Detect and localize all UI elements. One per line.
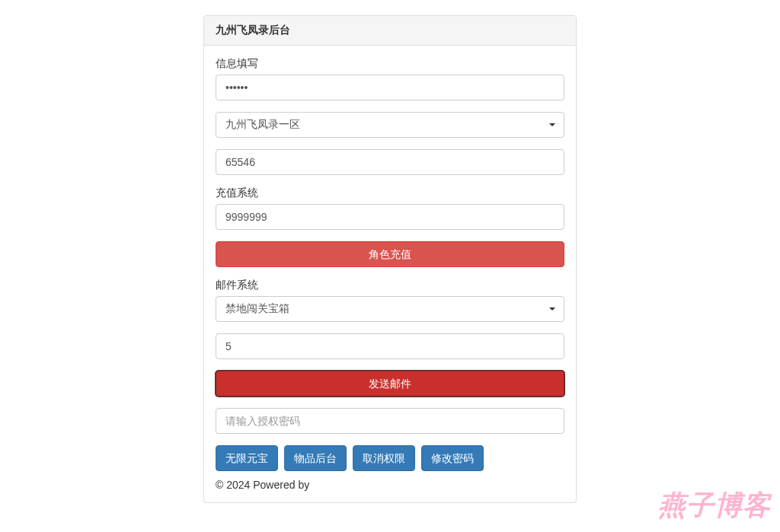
recharge-button[interactable]: 角色充值: [216, 241, 564, 267]
region-select-value[interactable]: [216, 112, 564, 138]
footer-text: © 2024 Powered by: [216, 479, 564, 491]
watermark-text: 燕子博客: [658, 487, 771, 503]
region-select[interactable]: [216, 112, 564, 138]
mail-label: 邮件系统: [216, 279, 564, 292]
item-backend-button[interactable]: 物品后台: [284, 445, 347, 471]
info-label: 信息填写: [216, 57, 564, 71]
mail-count-input[interactable]: [216, 333, 564, 359]
mail-item-select[interactable]: [216, 296, 564, 322]
cancel-permission-button[interactable]: 取消权限: [353, 445, 415, 471]
admin-panel: 九州飞凤录后台 信息填写 充值系统 角色充值 邮件系统 发送邮件 无限元宝 物品…: [203, 15, 577, 503]
password-input[interactable]: [216, 75, 564, 100]
send-mail-button[interactable]: 发送邮件: [216, 371, 564, 397]
panel-body: 信息填写 充值系统 角色充值 邮件系统 发送邮件 无限元宝 物品后台 取消权限 …: [204, 46, 576, 502]
auth-password-input[interactable]: [216, 408, 564, 434]
panel-title: 九州飞凤录后台: [204, 16, 576, 46]
action-button-row: 无限元宝 物品后台 取消权限 修改密码: [216, 445, 564, 471]
id-input[interactable]: [216, 149, 564, 175]
recharge-label: 充值系统: [216, 186, 564, 200]
mail-item-value[interactable]: [216, 296, 564, 322]
change-password-button[interactable]: 修改密码: [421, 445, 484, 471]
unlimited-gold-button[interactable]: 无限元宝: [216, 445, 278, 471]
recharge-amount-input[interactable]: [216, 204, 564, 230]
